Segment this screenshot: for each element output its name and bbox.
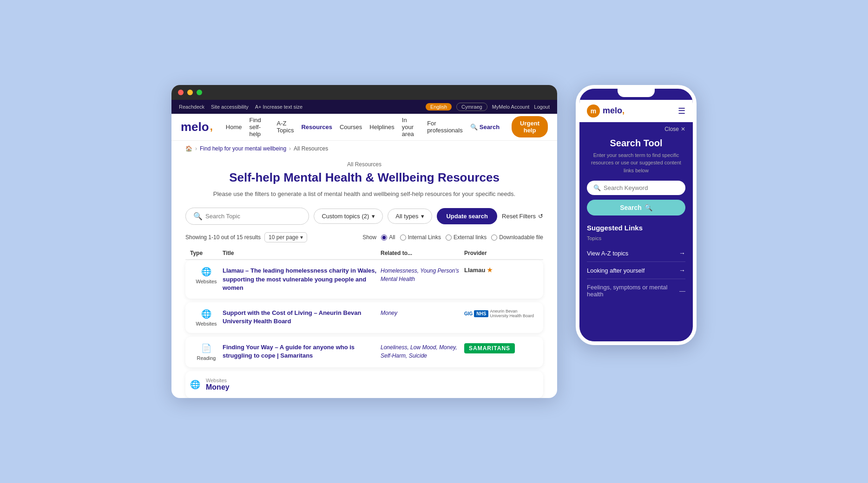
mobile-search-input-wrap[interactable]: 🔍: [587, 181, 685, 195]
accessibility-label[interactable]: Site accessibility: [211, 104, 249, 110]
arrow-icon-2: →: [679, 267, 685, 274]
suggested-links-title: Suggested Links: [587, 224, 685, 232]
utility-bar-left: Reachdeck Site accessibility A+ Increase…: [179, 104, 302, 110]
nhs-cross: NHS: [474, 310, 488, 317]
nav-links: Home Find self-help A-Z Topics Resources…: [226, 116, 548, 137]
row-type-1: 🌐 Websites: [190, 267, 223, 284]
filter-all[interactable]: All: [381, 234, 395, 241]
mobile-search-button[interactable]: Search 🔍: [587, 200, 685, 215]
nav-home[interactable]: Home: [226, 124, 242, 131]
breadcrumb-all-resources: All Resources: [294, 145, 328, 152]
text-size-label[interactable]: A+ Increase text size: [255, 104, 302, 110]
reachdeck-label[interactable]: Reachdeck: [179, 104, 204, 110]
search-tool-title: Search Tool: [587, 138, 685, 149]
custom-topics-dropdown[interactable]: Custom topics (2) ▾: [314, 209, 383, 224]
search-icon: 🔍: [470, 124, 478, 131]
browser-close-dot[interactable]: [178, 90, 184, 95]
show-filter: Show All Internal Links External links D…: [362, 234, 543, 241]
results-count: Showing 1-10 out of 15 results 10 per pa…: [185, 232, 307, 242]
update-search-button[interactable]: Update search: [437, 208, 497, 224]
search-topic-input[interactable]: [205, 213, 301, 220]
mobile-search-btn-icon: 🔍: [644, 204, 652, 211]
filter-external[interactable]: External links: [446, 234, 487, 241]
website-icon-1: 🌐: [201, 267, 211, 277]
topics-label: Topics: [587, 235, 685, 241]
row-type-label-3: Reading: [197, 355, 216, 361]
search-filter-row: 🔍 Custom topics (2) ▾ All types ▾ Update…: [171, 208, 557, 230]
website-icon-2: 🌐: [201, 309, 211, 319]
my-account-link[interactable]: MyMelo Account: [492, 104, 530, 110]
row-type-2: 🌐 Websites: [190, 309, 223, 326]
col-title: Title: [223, 250, 381, 256]
mobile-logo[interactable]: melo,: [603, 106, 625, 116]
reset-filters-button[interactable]: Reset Filters ↺: [502, 213, 543, 220]
row-related-1: Homelessness, Young Person's Mental Heal…: [381, 267, 464, 283]
language-cymraeg-button[interactable]: Cymraeg: [456, 103, 487, 111]
nav-find-selfhelp[interactable]: Find self-help: [250, 117, 270, 137]
results-table: Type Title Related to... Provider 🌐 Webs…: [171, 247, 557, 398]
mobile-header: m melo, ☰: [579, 100, 693, 122]
row-title-section-1: Llamau – The leading homelessness charit…: [223, 267, 381, 292]
website-icon-4: 🌐: [190, 379, 200, 390]
browser-minimize-dot[interactable]: [187, 90, 193, 95]
row-type-label-2: Websites: [196, 321, 217, 326]
samaritans-badge: Samaritans: [464, 343, 515, 353]
nav-courses[interactable]: Courses: [340, 124, 362, 131]
filter-internal[interactable]: Internal Links: [400, 234, 441, 241]
filter-downloadable[interactable]: Downloadable file: [491, 234, 543, 241]
nav-search-button[interactable]: 🔍 Search: [470, 124, 500, 131]
table-row: 📄 Reading Finding Your Way – A guide for…: [185, 337, 543, 367]
mobile-search-keyword-input[interactable]: [604, 184, 682, 191]
row-title-2[interactable]: Support with the Cost of Living – Aneuri…: [223, 309, 381, 326]
search-topic-input-wrap[interactable]: 🔍: [185, 208, 309, 225]
showing-text: Showing 1-10 out of 15 results: [185, 234, 261, 241]
truncated-row: 🌐 Websites Money: [185, 371, 543, 398]
language-english-button[interactable]: English: [426, 103, 452, 111]
mobile-content: m melo, ☰ Close ✕ Search Tool Enter your…: [579, 89, 693, 310]
logout-link[interactable]: Logout: [534, 104, 550, 110]
mobile-body: Close ✕ Search Tool Enter your search te…: [579, 122, 693, 310]
suggested-link-1[interactable]: View A-Z topics →: [587, 245, 685, 262]
breadcrumb: 🏠 › Find help for your mental wellbeing …: [171, 141, 557, 157]
arrow-icon-1: →: [679, 249, 685, 257]
urgent-help-button[interactable]: Urgent help: [512, 116, 548, 137]
section-label: All Resources: [199, 161, 529, 168]
nav-helplines[interactable]: Helplines: [369, 124, 394, 131]
row-title-3[interactable]: Finding Your Way – A guide for anyone wh…: [223, 343, 381, 360]
close-row: Close ✕: [587, 122, 685, 134]
suggested-link-2[interactable]: Looking after yourself →: [587, 262, 685, 279]
nav-in-your-area[interactable]: In your area: [402, 117, 420, 137]
nav-az-topics[interactable]: A-Z Topics: [277, 120, 294, 134]
utility-bar-right: English Cymraeg MyMelo Account Logout: [426, 103, 550, 111]
row-title-section-3: Finding Your Way – A guide for anyone wh…: [223, 343, 381, 360]
chevron-down-icon-3: ▾: [300, 234, 303, 241]
mobile-notch: [618, 89, 655, 97]
llamau-logo: Llamau ★: [464, 267, 493, 274]
results-meta: Showing 1-10 out of 15 results 10 per pa…: [171, 230, 557, 247]
suggested-link-3[interactable]: Feelings, symptoms or mental health —: [587, 279, 685, 302]
browser-maximize-dot[interactable]: [197, 90, 202, 95]
row-provider-1: Llamau ★: [464, 267, 539, 274]
page-title: Self-help Mental Health & Wellbeing Reso…: [199, 170, 529, 185]
search-tool-desc: Enter your search term to find specific …: [587, 151, 685, 175]
table-row: 🌐 Websites Llamau – The leading homeless…: [185, 260, 543, 299]
col-provider: Provider: [464, 250, 539, 256]
mobile-search-icon: 🔍: [593, 184, 601, 191]
browser-chrome: [171, 85, 557, 100]
melo-logo[interactable]: melo,: [181, 120, 213, 134]
mobile-logo-circle: m: [587, 104, 600, 117]
breadcrumb-home-icon[interactable]: 🏠: [185, 145, 192, 152]
chevron-down-icon-2: ▾: [421, 213, 424, 220]
breadcrumb-find-help[interactable]: Find help for your mental wellbeing: [200, 145, 286, 152]
nav-resources[interactable]: Resources: [301, 124, 332, 131]
page-header: All Resources Self-help Mental Health & …: [171, 157, 557, 208]
logo-dot: ,: [210, 121, 213, 133]
nav-for-professionals[interactable]: For professionals: [427, 120, 463, 134]
mobile-menu-icon[interactable]: ☰: [678, 106, 685, 116]
close-button[interactable]: Close ✕: [664, 126, 685, 132]
row-title-4[interactable]: Money: [206, 383, 230, 392]
col-type: Type: [190, 250, 223, 256]
all-types-dropdown[interactable]: All types ▾: [388, 209, 432, 224]
row-title-1[interactable]: Llamau – The leading homelessness charit…: [223, 267, 381, 292]
per-page-select[interactable]: 10 per page ▾: [264, 232, 307, 242]
